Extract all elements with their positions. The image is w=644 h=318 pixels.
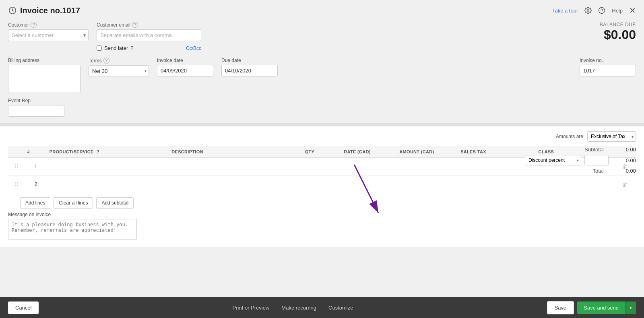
customize-link[interactable]: Customize [328,305,353,311]
terms-label: Terms ? [89,58,149,64]
add-subtotal-button[interactable]: Add subtotal [96,197,134,209]
total-label: Total [593,168,604,174]
customer-input[interactable] [8,29,89,41]
discount-type-select[interactable]: Discount percent Discount value [525,155,581,165]
event-rep-label: Event Rep [8,98,636,103]
col-rate-header: RATE (CAD) [341,146,397,158]
svg-point-1 [587,10,589,12]
rate-cell-1[interactable] [341,158,397,176]
discount-row: Discount percent Discount value ▾ 0.00 [483,155,636,165]
billing-address-input[interactable] [8,65,80,93]
send-later-label: Send later [104,45,128,51]
customer-email-group: Customer email ? Send later ? Cc/Bcc [97,22,201,51]
invoice-date-group: Invoice date [157,58,213,76]
invoice-no-label: Invoice no. [580,58,636,63]
product-help-icon[interactable]: ? [97,149,99,154]
customer-select-wrapper: ▾ [8,29,89,41]
billing-form: Billing address Terms ? Net 30 Net 15 Du… [0,58,644,123]
subtotal-row: Subtotal 0.00 [483,147,636,153]
amounts-are-label: Amounts are [556,134,583,139]
amount-cell-2[interactable] [397,176,458,193]
due-date-label: Due date [221,58,278,63]
message-textarea[interactable] [8,219,137,240]
send-later-help-icon[interactable]: ? [130,45,133,51]
balance-due-label: BALANCE DUE [600,22,636,27]
add-lines-button[interactable]: Add lines [20,197,50,209]
cc-bcc-link[interactable]: Cc/Bcc [186,45,201,51]
take-tour-link[interactable]: Take a tour [552,8,578,14]
qty-cell-1[interactable] [303,158,342,176]
customer-email-label: Customer email ? [97,22,201,28]
amounts-select-wrapper: Exclusive of Tax Inclusive of Tax ▾ [587,131,636,142]
print-preview-link[interactable]: Print or Preview [233,305,270,311]
discount-value-input[interactable] [584,155,609,165]
header-right: Take a tour Help ✕ [552,6,636,15]
customer-group: Customer ? ▾ [8,22,89,41]
invoice-no-group: Invoice no. [580,58,636,76]
send-later-row: Send later ? Cc/Bcc [97,45,201,51]
col-num-header: # [25,146,47,158]
gear-icon[interactable] [584,7,592,14]
terms-select-wrapper: Net 30 Net 15 Due on receipt ▾ [89,65,149,77]
subtotal-value: 0.00 [612,147,636,153]
rate-cell-2[interactable] [341,176,397,193]
invoice-date-label: Invoice date [157,58,213,63]
event-rep-input[interactable] [8,105,64,117]
drag-handle-1[interactable]: ⠿ [14,163,19,170]
make-recurring-link[interactable]: Make recurring [281,305,316,311]
balance-due-amount: $0.00 [600,27,636,42]
row-num-1: 1 [25,158,47,176]
close-icon[interactable]: ✕ [629,6,636,15]
help-label[interactable]: Help [612,8,623,14]
col-drag-header [8,146,25,158]
section-divider [0,123,644,126]
svg-point-2 [599,8,605,14]
col-amount-header: AMOUNT (CAD) [397,146,458,158]
subtotal-label: Subtotal [584,147,604,153]
email-help-icon[interactable]: ? [132,22,138,28]
save-and-send-dropdown-button[interactable]: ▾ [625,301,636,314]
terms-group: Terms ? Net 30 Net 15 Due on receipt ▾ [89,58,149,77]
send-later-checkbox[interactable] [97,45,102,51]
customer-email-input[interactable] [97,29,201,41]
save-button[interactable]: Save [547,301,574,314]
product-cell-1[interactable] [47,158,169,176]
row-num-2: 2 [25,176,47,193]
save-and-send-button[interactable]: Save and send [577,301,625,314]
header-left: Invoice no.1017 [8,6,80,15]
col-product-header: PRODUCT/SERVICE ? [47,146,169,158]
description-cell-2[interactable] [169,176,302,193]
total-row: Total 0.00 [483,168,636,174]
qty-cell-2[interactable] [303,176,342,193]
save-and-send-group: Save and send ▾ [577,301,636,314]
clear-all-lines-button[interactable]: Clear all lines [54,197,93,209]
amounts-are-row: Amounts are Exclusive of Tax Inclusive o… [8,131,636,142]
col-qty-header: QTY [303,146,342,158]
invoice-title: Invoice no.1017 [20,6,80,15]
drag-handle-2[interactable]: ⠿ [14,181,19,188]
due-date-input[interactable] [221,65,278,76]
help-icon[interactable] [598,7,605,14]
description-cell-1[interactable] [169,158,302,176]
invoice-date-input[interactable] [157,65,213,76]
drag-handle-cell-1: ⠿ [8,158,25,176]
header: Invoice no.1017 Take a tour Help ✕ [0,0,644,15]
billing-address-label: Billing address [8,58,80,63]
total-value: 0.00 [612,168,636,174]
top-form: Customer ? ▾ Customer email ? Send later… [0,15,644,58]
cancel-button[interactable]: Cancel [8,301,39,314]
footer-right: Save Save and send ▾ [547,301,636,314]
event-rep-group: Event Rep [8,98,636,117]
billing-address-group: Billing address [8,58,80,93]
footer-bar: Cancel Print or Preview Make recurring C… [0,297,644,318]
amount-cell-1[interactable] [397,158,458,176]
customer-help-icon[interactable]: ? [31,22,37,28]
amounts-select[interactable]: Exclusive of Tax Inclusive of Tax [587,131,636,142]
footer-center: Print or Preview Make recurring Customiz… [233,305,353,311]
invoice-no-input[interactable] [580,65,636,76]
product-cell-2[interactable] [47,176,169,193]
drag-handle-cell-2: ⠿ [8,176,25,193]
terms-help-icon[interactable]: ? [103,58,109,64]
terms-select[interactable]: Net 30 Net 15 Due on receipt [89,65,149,77]
due-date-group: Due date [221,58,278,76]
